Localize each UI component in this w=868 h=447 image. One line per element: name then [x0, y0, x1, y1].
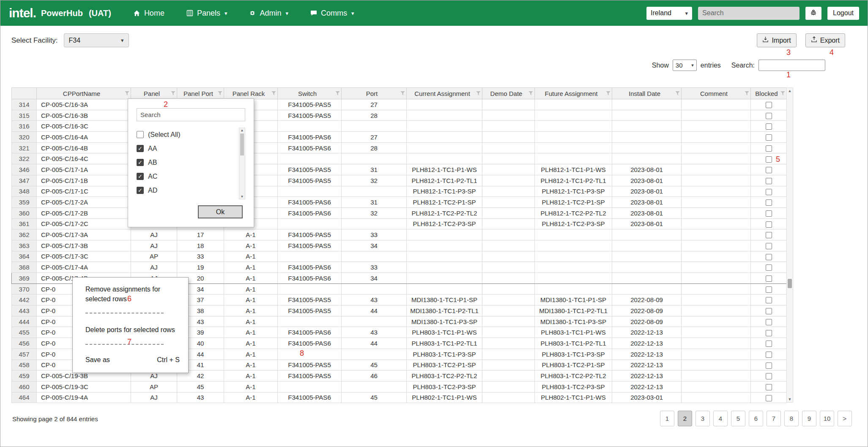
- table-row[interactable]: 460CP-005-C/19-3CAP45A-1PLH803-1-TC2-P3-…: [12, 381, 787, 392]
- page-size-select[interactable]: 30 ▾: [673, 60, 697, 71]
- blocked-checkbox[interactable]: [766, 286, 772, 293]
- blocked-checkbox[interactable]: [766, 189, 772, 195]
- blocked-checkbox[interactable]: [766, 297, 772, 303]
- import-button[interactable]: Import: [757, 33, 796, 47]
- filter-option[interactable]: (Select All): [137, 128, 236, 142]
- blocked-checkbox[interactable]: [766, 199, 772, 206]
- page-button-next[interactable]: >: [838, 411, 852, 426]
- nav-comms[interactable]: Comms ▾: [310, 9, 354, 18]
- page-button-6[interactable]: 6: [749, 411, 763, 426]
- filter-icon[interactable]: [780, 91, 785, 96]
- filter-icon[interactable]: [335, 91, 340, 96]
- blocked-checkbox[interactable]: [766, 373, 772, 379]
- filter-option[interactable]: ✓AD: [137, 183, 236, 197]
- blocked-checkbox[interactable]: [766, 102, 772, 108]
- option-checkbox[interactable]: ✓: [137, 159, 144, 166]
- column-header-port[interactable]: Port: [342, 88, 407, 99]
- blocked-checkbox[interactable]: [766, 275, 772, 282]
- page-button-7[interactable]: 7: [767, 411, 781, 426]
- page-button-2[interactable]: 2: [678, 411, 692, 426]
- table-row[interactable]: 363CP-005-C/17-3BAJ18A-1F341005-PAS534: [12, 240, 787, 251]
- option-checkbox[interactable]: ✓: [137, 187, 144, 194]
- global-search-input[interactable]: [698, 7, 800, 20]
- blocked-checkbox[interactable]: [766, 330, 772, 336]
- blocked-checkbox[interactable]: [766, 395, 772, 401]
- column-header-panel[interactable]: Panel: [131, 88, 177, 99]
- blocked-checkbox[interactable]: [766, 264, 772, 271]
- option-checkbox[interactable]: [137, 131, 144, 138]
- blocked-checkbox[interactable]: [766, 145, 772, 152]
- scroll-up-icon[interactable]: ▲: [787, 89, 793, 93]
- option-checkbox[interactable]: ✓: [137, 173, 144, 180]
- blocked-checkbox[interactable]: [766, 221, 772, 228]
- blocked-checkbox[interactable]: [766, 243, 772, 249]
- nav-panels[interactable]: Panels ▾: [186, 9, 227, 18]
- filter-icon[interactable]: [125, 91, 129, 96]
- page-button-5[interactable]: 5: [731, 411, 745, 426]
- page-button-8[interactable]: 8: [784, 411, 799, 426]
- logout-button[interactable]: Logout: [827, 7, 859, 20]
- filter-list-scrollbar[interactable]: ▲ ▼: [239, 128, 245, 199]
- blocked-checkbox[interactable]: [766, 113, 772, 119]
- column-header-demo-date[interactable]: Demo Date: [482, 88, 535, 99]
- bug-report-button[interactable]: [805, 7, 821, 20]
- page-button-3[interactable]: 3: [695, 411, 710, 426]
- blocked-checkbox[interactable]: [766, 210, 772, 217]
- menu-item-delete-ports[interactable]: Delete ports for selected rows: [73, 318, 188, 339]
- filter-ok-button[interactable]: Ok: [198, 205, 243, 218]
- table-search-input[interactable]: [758, 60, 825, 71]
- blocked-checkbox[interactable]: [766, 363, 772, 369]
- filter-icon[interactable]: [675, 91, 680, 96]
- blocked-checkbox[interactable]: [766, 134, 772, 141]
- filter-option[interactable]: ✓AA: [137, 142, 236, 155]
- filter-icon[interactable]: [218, 91, 222, 96]
- table-scrollbar[interactable]: ▲ ▼: [786, 87, 793, 403]
- scroll-down-icon[interactable]: ▼: [787, 397, 793, 401]
- blocked-checkbox[interactable]: [766, 319, 772, 325]
- blocked-checkbox[interactable]: [766, 254, 772, 260]
- export-button[interactable]: Export: [805, 33, 845, 47]
- scroll-up-icon[interactable]: ▲: [239, 128, 245, 132]
- menu-item-remove-assignments[interactable]: Remove assignments for selected rows: [73, 278, 188, 308]
- region-select[interactable]: Ireland ▾: [646, 7, 692, 20]
- table-row[interactable]: 368CP-005-C/17-4AAJ19A-1F341005-PAS633: [12, 262, 787, 273]
- blocked-checkbox[interactable]: [766, 352, 772, 358]
- column-header-install-date[interactable]: Install Date: [612, 88, 682, 99]
- column-header-comment[interactable]: Comment: [682, 88, 751, 99]
- column-header-cpportname[interactable]: CPPortName: [37, 88, 131, 99]
- option-checkbox[interactable]: ✓: [137, 145, 144, 152]
- page-button-1[interactable]: 1: [660, 411, 674, 426]
- nav-admin[interactable]: Admin ▾: [249, 9, 288, 18]
- blocked-checkbox[interactable]: [766, 178, 772, 184]
- page-button-4[interactable]: 4: [713, 411, 728, 426]
- blocked-checkbox[interactable]: [766, 384, 772, 390]
- column-header-future-assignment[interactable]: Future Assignment: [535, 88, 612, 99]
- filter-option[interactable]: ✓AC: [137, 169, 236, 183]
- blocked-checkbox[interactable]: [766, 232, 772, 238]
- blocked-checkbox[interactable]: [766, 123, 772, 130]
- menu-item-save-as[interactable]: Save as Ctrl + S: [73, 349, 188, 373]
- scrollbar-thumb[interactable]: [240, 134, 244, 155]
- filter-icon[interactable]: [271, 91, 276, 96]
- blocked-checkbox[interactable]: [766, 308, 772, 314]
- column-header-panel-port[interactable]: Panel Port: [177, 88, 224, 99]
- filter-icon[interactable]: [476, 91, 481, 96]
- filter-option[interactable]: ✓AB: [137, 155, 236, 169]
- column-header-current-assignment[interactable]: Current Assignment: [407, 88, 482, 99]
- filter-icon[interactable]: [400, 91, 405, 96]
- column-header-panel-rack[interactable]: Panel Rack: [224, 88, 278, 99]
- nav-home[interactable]: Home: [133, 9, 164, 18]
- scrollbar-thumb[interactable]: [788, 279, 792, 288]
- blocked-checkbox[interactable]: [766, 167, 772, 173]
- filter-icon[interactable]: [528, 91, 533, 96]
- column-header-switch[interactable]: Switch: [278, 88, 342, 99]
- filter-icon[interactable]: [171, 91, 175, 96]
- table-row[interactable]: 364CP-005-C/17-3CAP33A-1: [12, 251, 787, 262]
- page-button-10[interactable]: 10: [820, 411, 834, 426]
- facility-select[interactable]: F34 ▾: [64, 33, 129, 47]
- page-button-9[interactable]: 9: [802, 411, 816, 426]
- filter-icon[interactable]: [745, 91, 749, 96]
- blocked-checkbox[interactable]: [766, 341, 772, 347]
- scroll-down-icon[interactable]: ▼: [239, 195, 245, 199]
- table-row[interactable]: 362CP-005-C/17-3AAJ17A-1F341005-PAS533: [12, 229, 787, 240]
